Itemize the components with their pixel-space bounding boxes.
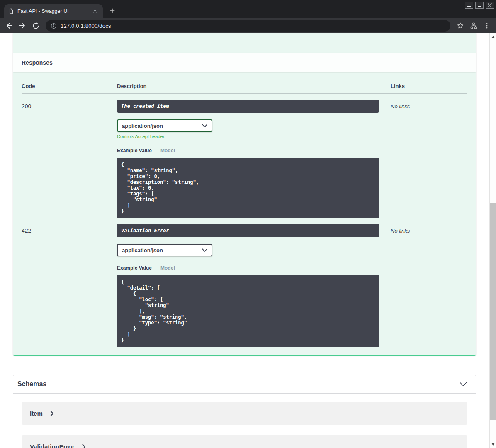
tab-divider — [156, 265, 156, 271]
scrollbar-thumb[interactable] — [490, 203, 496, 420]
example-json-422: { "detail": [ { "loc": [ "string" ], "ms… — [117, 275, 379, 347]
accept-header-hint: Controls Accept header. — [117, 134, 379, 139]
response-description-cell: The created item application/json Contro… — [117, 100, 379, 218]
response-row-422: 422 Validation Error application/json Ex… — [22, 218, 467, 347]
responses-title: Responses — [22, 59, 53, 66]
response-description-cell: Validation Error application/json Exampl… — [117, 224, 379, 347]
forward-button[interactable] — [17, 20, 28, 32]
opblock-spacer — [13, 33, 476, 53]
schemas-section: Schemas Item ValidationError — [13, 375, 476, 448]
response-description-block: Validation Error — [117, 224, 379, 237]
window-maximize-button[interactable] — [475, 2, 484, 9]
tab-model[interactable]: Model — [160, 148, 175, 153]
window-controls — [465, 2, 494, 9]
url-text: 127.0.0.1:8000/docs — [61, 23, 111, 29]
page-scrollbar[interactable] — [489, 33, 496, 448]
media-type-value: application/json — [122, 247, 163, 253]
response-description-text: Validation Error — [121, 228, 169, 234]
tab-example-value[interactable]: Example Value — [117, 148, 152, 153]
responses-section-header: Responses — [13, 53, 476, 72]
swagger-page: Responses Code Description Links 200 The… — [0, 33, 489, 448]
extensions-icon[interactable] — [468, 20, 479, 32]
media-type-select[interactable]: application/json — [117, 119, 212, 132]
response-row-200: 200 The created item application/json Co… — [22, 94, 467, 218]
scrollbar-up-arrow[interactable] — [490, 34, 496, 40]
browser-titlebar: Fast API - Swagger UI — [0, 0, 496, 18]
url-bar[interactable]: 127.0.0.1:8000/docs — [46, 20, 450, 32]
site-info-icon[interactable] — [51, 23, 57, 29]
response-description-block: The created item — [117, 100, 379, 113]
tab-title: Fast API - Swagger UI — [17, 8, 88, 14]
response-links: No links — [391, 100, 467, 218]
schemas-header[interactable]: Schemas — [13, 375, 476, 394]
model-row-validationerror[interactable]: ValidationError — [22, 435, 467, 448]
tab-divider — [156, 148, 156, 153]
browser-menu-icon[interactable] — [481, 20, 493, 32]
schemas-title: Schemas — [17, 380, 46, 388]
tab-example-value[interactable]: Example Value — [117, 265, 152, 271]
chevron-down-icon — [202, 124, 207, 127]
response-links: No links — [391, 224, 467, 347]
reload-button[interactable] — [30, 20, 41, 32]
schemas-models: Item ValidationError — [13, 394, 476, 448]
back-button[interactable] — [3, 20, 15, 32]
response-code: 422 — [22, 224, 117, 347]
model-name: Item — [30, 410, 43, 417]
bookmark-star-icon[interactable] — [455, 20, 466, 32]
column-header-description: Description — [117, 83, 379, 89]
new-tab-button[interactable] — [107, 5, 118, 16]
window-minimize-button[interactable] — [465, 2, 473, 9]
model-name: ValidationError — [30, 443, 75, 448]
browser-tab[interactable]: Fast API - Swagger UI — [4, 4, 103, 18]
schemas-collapse-chevron-icon[interactable] — [459, 382, 467, 387]
scrollbar-down-arrow[interactable] — [490, 441, 496, 447]
responses-table: Code Description Links 200 The created i… — [13, 72, 476, 355]
tab-model[interactable]: Model — [160, 265, 175, 271]
tab-close-icon[interactable] — [91, 7, 99, 15]
response-code: 200 — [22, 100, 117, 218]
opblock-post-expanded: Responses Code Description Links 200 The… — [13, 33, 476, 356]
example-model-tabs: Example Value Model — [117, 265, 379, 271]
chevron-right-icon — [50, 411, 54, 416]
responses-table-header: Code Description Links — [22, 72, 467, 94]
example-json-200: { "name": "string", "price": 0, "descrip… — [117, 158, 379, 218]
response-description-text: The created item — [121, 103, 169, 109]
page-favicon-icon — [8, 8, 14, 14]
window-close-button[interactable] — [486, 2, 494, 9]
chevron-right-icon — [82, 444, 86, 448]
chevron-down-icon — [202, 248, 207, 252]
example-model-tabs: Example Value Model — [117, 147, 379, 153]
browser-navbar: 127.0.0.1:8000/docs — [0, 18, 496, 33]
model-row-item[interactable]: Item — [22, 402, 467, 425]
column-header-code: Code — [22, 83, 117, 89]
media-type-value: application/json — [122, 123, 163, 129]
media-type-select[interactable]: application/json — [117, 244, 212, 256]
column-header-links: Links — [391, 83, 467, 89]
